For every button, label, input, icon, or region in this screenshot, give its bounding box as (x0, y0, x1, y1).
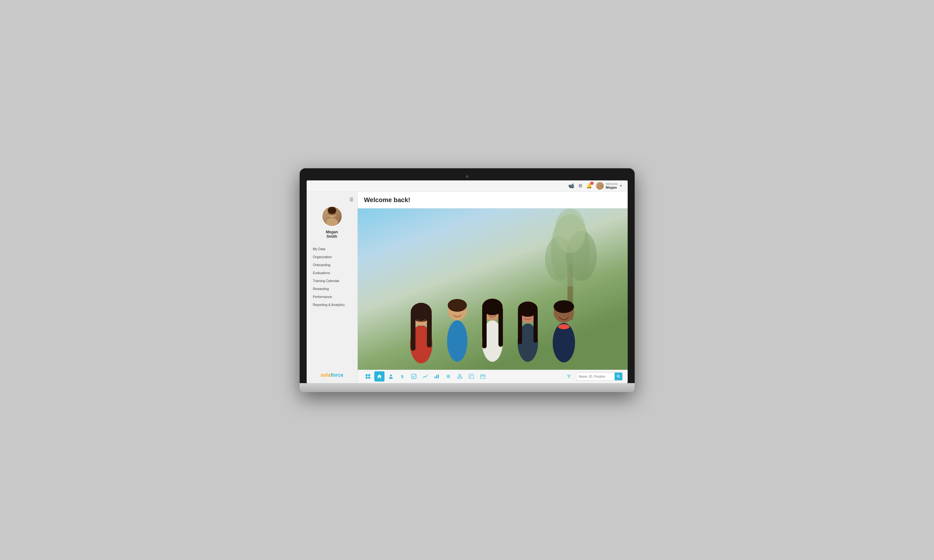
svg-point-16 (447, 320, 468, 362)
svg-rect-33 (366, 374, 367, 376)
svg-rect-35 (366, 377, 367, 378)
logo-sol: sola (320, 372, 330, 378)
welcome-message: Welcome back! (364, 196, 411, 203)
user-info-top[interactable]: Welcome Megan ▼ (596, 182, 622, 190)
content-area: Welcome back! (358, 192, 628, 383)
settings-icon[interactable]: ⚙ (578, 183, 582, 189)
header-username: Megan (606, 186, 618, 189)
search-area (565, 372, 622, 381)
sidebar-item-onboarding[interactable]: Onboarding (312, 261, 352, 269)
sidebar-item-my-data[interactable]: My Data (312, 245, 352, 253)
person-4 (512, 282, 544, 366)
sidebar-username: Megan Smith (326, 230, 338, 239)
svg-rect-27 (518, 309, 522, 344)
search-input[interactable] (576, 375, 614, 378)
notification-badge: 1 (590, 182, 593, 185)
svg-rect-43 (436, 375, 437, 378)
bar-chart-icon[interactable] (432, 371, 442, 382)
svg-rect-41 (412, 374, 416, 378)
svg-rect-56 (480, 375, 485, 378)
edit-icon[interactable] (466, 371, 476, 382)
person-5 (546, 280, 581, 366)
welcome-bar: Welcome back! (358, 192, 628, 208)
welcome-label: Welcome (606, 182, 618, 186)
laptop-frame: 📹 ⚙ 🔔 1 Welcome Megan ▼ (299, 168, 635, 392)
svg-rect-36 (368, 377, 370, 378)
person-1 (404, 284, 439, 366)
sidebar-item-performance[interactable]: Performance (312, 293, 352, 301)
trend-icon[interactable] (420, 371, 431, 382)
logo: solaforce (315, 367, 348, 383)
filter-icon[interactable] (565, 372, 573, 381)
svg-rect-47 (458, 377, 459, 378)
svg-point-1 (597, 187, 602, 190)
svg-point-32 (554, 300, 574, 313)
check-icon[interactable] (409, 371, 419, 382)
svg-point-30 (558, 324, 570, 329)
svg-point-18 (448, 299, 467, 312)
sidebar-item-organization[interactable]: Organization (312, 253, 352, 261)
svg-rect-34 (368, 374, 370, 376)
svg-rect-15 (427, 312, 432, 348)
sidebar-item-reporting-analytics[interactable]: Reporting & Analytics (312, 301, 352, 309)
bottom-toolbar: $ (358, 370, 628, 383)
svg-line-64 (619, 377, 620, 378)
calendar-icon[interactable] (478, 371, 488, 382)
svg-point-10 (554, 208, 585, 253)
org-chart-icon[interactable] (455, 371, 465, 382)
laptop-screen: 📹 ⚙ 🔔 1 Welcome Megan ▼ (307, 180, 628, 383)
menu-toggle-icon[interactable]: ☰ (349, 197, 354, 202)
dropdown-arrow-icon[interactable]: ▼ (620, 184, 622, 188)
svg-marker-37 (377, 374, 381, 378)
logo-force: force (330, 372, 343, 378)
avatar (322, 206, 343, 227)
nav-items: My Data Organization Onboarding Evaluati… (307, 245, 357, 309)
svg-point-63 (617, 375, 619, 377)
svg-text:$: $ (401, 374, 404, 379)
hero-image (358, 208, 628, 370)
svg-rect-23 (499, 307, 503, 347)
sidebar: ☰ Megan Smith My Data Org (307, 192, 358, 383)
people-group (404, 277, 581, 370)
svg-point-39 (389, 377, 393, 379)
person-2 (441, 277, 473, 366)
gear-icon[interactable] (443, 371, 454, 382)
sidebar-item-rewarding[interactable]: Rewarding (312, 285, 352, 293)
svg-point-0 (599, 183, 601, 186)
person-icon[interactable] (386, 371, 396, 382)
svg-rect-44 (438, 374, 439, 378)
svg-rect-53 (469, 374, 474, 378)
svg-rect-46 (459, 374, 461, 375)
svg-point-38 (390, 374, 392, 376)
main-layout: ☰ Megan Smith My Data Org (307, 192, 628, 383)
laptop-camera (466, 175, 468, 178)
top-bar: 📹 ⚙ 🔔 1 Welcome Megan ▼ (307, 180, 628, 192)
laptop-base (299, 383, 635, 392)
person-3 (476, 279, 509, 366)
search-button[interactable] (614, 372, 622, 380)
svg-rect-14 (411, 312, 415, 351)
svg-line-55 (471, 375, 472, 376)
grid-icon[interactable] (363, 371, 373, 382)
sidebar-item-evaluations[interactable]: Evaluations (312, 269, 352, 277)
svg-point-5 (328, 211, 337, 215)
svg-rect-42 (435, 376, 435, 378)
dollar-icon[interactable]: $ (397, 371, 408, 382)
svg-line-54 (470, 376, 471, 378)
notification-icon[interactable]: 🔔 1 (586, 183, 592, 189)
home-icon[interactable] (374, 371, 384, 382)
camera-icon[interactable]: 📹 (568, 183, 574, 189)
svg-point-45 (448, 376, 449, 377)
svg-rect-22 (482, 307, 486, 348)
svg-point-3 (326, 218, 338, 226)
sidebar-item-training-calendar[interactable]: Training Calendar (312, 277, 352, 285)
search-box (576, 372, 622, 380)
svg-rect-48 (460, 377, 462, 378)
svg-rect-28 (534, 309, 538, 343)
avatar-small (596, 182, 604, 190)
